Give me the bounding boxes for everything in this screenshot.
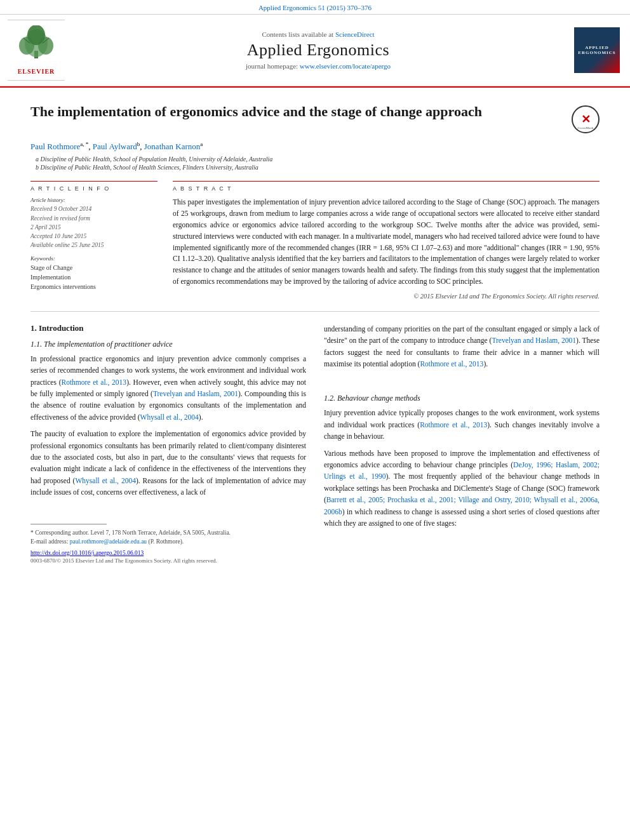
footnote-star: * Corresponding author. Level 7, 178 Nor… <box>30 528 306 537</box>
article-info-label: A R T I C L E I N F O <box>30 185 158 192</box>
received-date: Received 9 October 2014 <box>30 204 158 213</box>
journal-logo-right: APPLIEDERGONOMICS <box>572 27 622 73</box>
abstract-label: A B S T R A C T <box>173 185 600 192</box>
copyright-line: © 2015 Elsevier Ltd and The Ergonomics S… <box>173 293 600 300</box>
subsection2-heading: 1.2. Behaviour change methods <box>324 394 600 403</box>
body-left-column: 1. Introduction 1.1. The implementation … <box>30 323 306 564</box>
footnote-email-link[interactable]: paul.rothmore@adelaide.edu.au <box>70 538 147 545</box>
affiliations-block: a Discipline of Public Health, School of… <box>30 156 600 171</box>
journal-center: Contents lists available at ScienceDirec… <box>71 30 565 70</box>
article-info-abstract: A R T I C L E I N F O Article history: R… <box>30 181 600 300</box>
keyword-1: Stage of Change <box>30 263 158 272</box>
ref-rothmore-2013a[interactable]: Rothmore et al., 2013 <box>61 378 126 386</box>
ref-rothmore-2013c[interactable]: Rothmore et al., 2013 <box>420 421 487 429</box>
author2-link[interactable]: Paul Aylward <box>93 142 137 151</box>
elsevier-tree-icon <box>14 25 58 60</box>
crossmark-icon: ✕ CrossMark <box>572 105 600 133</box>
ref-whysall-2004b[interactable]: Whysall et al., 2004 <box>75 477 135 484</box>
crossmark-badge[interactable]: ✕ CrossMark <box>572 105 600 133</box>
keyword-2: Implementation <box>30 272 158 282</box>
affiliation-b: b Discipline of Public Health, School of… <box>30 164 600 171</box>
subsection1-heading: 1.1. The implementation of practitioner … <box>30 340 306 349</box>
ref-trevelyan-2001b[interactable]: Trevelyan and Haslam, 2001 <box>492 337 576 344</box>
svg-point-4 <box>27 25 45 45</box>
abstract-text: This paper investigates the implementati… <box>173 197 600 288</box>
article-info-column: A R T I C L E I N F O Article history: R… <box>30 181 158 300</box>
doi-line: http://dx.doi.org/10.1016/j.apergo.2015.… <box>30 550 306 556</box>
section1-heading: 1. Introduction <box>30 323 306 333</box>
revised-date: 2 April 2015 <box>30 223 158 232</box>
article-title: The implementation of ergonomics advice … <box>30 103 561 121</box>
ref-trevelyan-2001a[interactable]: Trevelyan and Haslam, 2001 <box>153 390 238 397</box>
ref-barrett-2005[interactable]: Barrett et al., 2005; Prochaska et al., … <box>324 496 600 515</box>
footnotes-block: * Corresponding author. Level 7, 178 Nor… <box>30 524 306 564</box>
body-two-col: 1. Introduction 1.1. The implementation … <box>30 323 600 564</box>
journal-header: ELSEVIER Contents lists available at Sci… <box>0 14 630 86</box>
received-revised-label: Received in revised form <box>30 214 158 223</box>
right-para-3: Various methods have been proposed to im… <box>324 448 600 530</box>
ref-rothmore-2013b[interactable]: Rothmore et al., 2013 <box>420 360 483 368</box>
spacer <box>324 375 600 387</box>
article-title-row: The implementation of ergonomics advice … <box>30 103 600 133</box>
available-date: Available online 25 June 2015 <box>30 241 158 250</box>
ref-whysall-2004a[interactable]: Whysall et al., 2004 <box>140 413 199 421</box>
keyword-3: Ergonomics interventions <box>30 282 158 291</box>
journal-homepage: journal homepage: www.elsevier.com/locat… <box>71 62 565 70</box>
issn-line: 0003-6870/© 2015 Elsevier Ltd and The Er… <box>30 557 306 564</box>
right-para-2: Injury prevention advice typically propo… <box>324 407 600 442</box>
author1-link[interactable]: Paul Rothmore <box>30 142 80 151</box>
doi-link[interactable]: http://dx.doi.org/10.1016/j.apergo.2015.… <box>30 550 144 556</box>
top-bar: Applied Ergonomics 51 (2015) 370–376 <box>0 0 630 14</box>
body-right-column: understanding of company priorities on t… <box>324 323 600 564</box>
body-para-1: In professional practice ergonomics and … <box>30 353 306 423</box>
elsevier-wordmark: ELSEVIER <box>18 68 55 75</box>
journal-reference: Applied Ergonomics 51 (2015) 370–376 <box>258 4 372 11</box>
right-para-1: understanding of company priorities on t… <box>324 323 600 370</box>
footnote-divider <box>30 524 107 524</box>
accepted-date: Accepted 10 June 2015 <box>30 232 158 241</box>
article-main: The implementation of ergonomics advice … <box>0 88 630 577</box>
journal-homepage-link[interactable]: www.elsevier.com/locate/apergo <box>300 62 391 70</box>
applied-ergonomics-badge: APPLIEDERGONOMICS <box>574 27 620 73</box>
journal-title: Applied Ergonomics <box>71 41 565 60</box>
keywords-label: Keywords: <box>30 255 158 262</box>
body-para-2: The paucity of evaluation to explore the… <box>30 428 306 498</box>
elsevier-logo: ELSEVIER <box>8 20 65 81</box>
author3-link[interactable]: Jonathan Karnon <box>144 142 200 151</box>
section-divider <box>30 311 600 312</box>
badge-text: APPLIEDERGONOMICS <box>578 45 615 55</box>
ref-dejoy-1996[interactable]: DeJoy, 1996; Haslam, 2002; Urlings et al… <box>324 461 600 480</box>
sciencedirect-line: Contents lists available at ScienceDirec… <box>71 30 565 38</box>
affiliation-a: a Discipline of Public Health, School of… <box>30 156 600 163</box>
authors-line: Paul Rothmorea, *, Paul Aylwardb, Jonath… <box>30 141 600 152</box>
sciencedirect-link[interactable]: ScienceDirect <box>335 30 375 38</box>
abstract-column: A B S T R A C T This paper investigates … <box>173 181 600 300</box>
footnote-email: E-mail address: paul.rothmore@adelaide.e… <box>30 537 306 546</box>
article-history-group: Article history: Received 9 October 2014… <box>30 197 158 250</box>
history-label: Article history: <box>30 197 158 203</box>
